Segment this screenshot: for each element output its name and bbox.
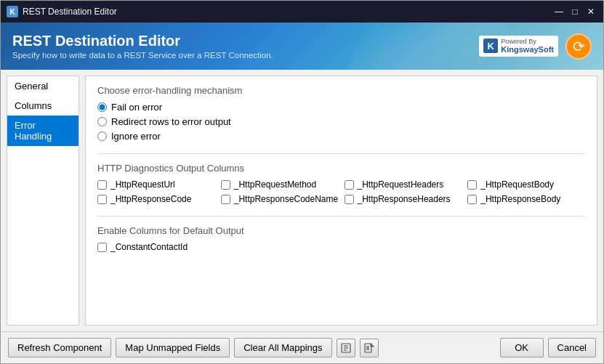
title-bar: K REST Destination Editor — □ ✕ — [1, 1, 603, 23]
col-http-response-body[interactable]: _HttpResponseBody — [467, 194, 585, 204]
kingsway-logo: K Powered By KingswaySoft — [479, 36, 558, 57]
ks-logo-initial: K — [483, 39, 498, 53]
col-http-request-headers-label: _HttpRequestHeaders — [358, 179, 444, 190]
col-http-response-code-label: _HttpResponseCode — [110, 194, 191, 204]
title-bar-text: REST Destination Editor — [23, 7, 552, 17]
ignore-error-label: Ignore error — [111, 131, 161, 142]
col-http-response-body-cb[interactable] — [467, 195, 477, 204]
col-constant-contact-id[interactable]: _ConstantContactId — [97, 242, 585, 252]
ignore-error-radio[interactable] — [97, 132, 107, 141]
col-http-request-headers-cb[interactable] — [345, 180, 354, 190]
header-title: REST Destination Editor — [12, 33, 479, 49]
ok-button[interactable]: OK — [500, 338, 544, 357]
col-http-request-method-label: _HttpRequestMethod — [234, 179, 316, 190]
divider-2 — [97, 216, 585, 217]
ks-logo-text: Powered By KingswaySoft — [501, 38, 554, 55]
title-bar-controls: — □ ✕ — [552, 5, 597, 18]
col-http-response-code-name-label: _HttpResponseCodeName — [234, 194, 338, 204]
col-http-response-headers[interactable]: _HttpResponseHeaders — [345, 194, 462, 204]
col-http-response-body-label: _HttpResponseBody — [480, 194, 560, 204]
http-diagnostics-title: HTTP Diagnostics Output Columns — [97, 163, 585, 174]
http-diagnostics-columns: _HttpRequestUrl _HttpRequestMethod _Http… — [97, 179, 585, 204]
redirect-rows-radio[interactable] — [97, 117, 107, 126]
sidebar: General Columns Error Handling — [7, 76, 79, 325]
enable-columns-group: _ConstantContactId — [97, 242, 585, 252]
col-http-request-method[interactable]: _HttpRequestMethod — [221, 179, 339, 190]
right-panel: Choose error-handling mechanism Fail on … — [85, 76, 597, 325]
map-unmapped-fields-button[interactable]: Map Unmapped Fields — [116, 338, 230, 357]
col-constant-contact-id-cb[interactable] — [97, 243, 107, 252]
sidebar-item-error-handling[interactable]: Error Handling — [7, 116, 78, 146]
error-handling-options: Fail on error Redirect rows to error out… — [97, 102, 585, 142]
bottom-bar: Refresh Component Map Unmapped Fields Cl… — [1, 331, 603, 363]
fail-on-error-label: Fail on error — [111, 102, 162, 113]
header-logo: K Powered By KingswaySoft ⟳ — [479, 33, 592, 60]
col-http-request-url-cb[interactable] — [97, 180, 107, 190]
app-icon: K — [7, 6, 18, 17]
header-app-icon: ⟳ — [565, 33, 592, 60]
col-http-request-url-label: _HttpRequestUrl — [110, 179, 175, 190]
col-http-request-body-label: _HttpRequestBody — [480, 179, 554, 190]
col-http-request-body-cb[interactable] — [467, 180, 477, 190]
error-handling-section-title: Choose error-handling mechanism — [97, 85, 585, 96]
col-http-response-code-name-cb[interactable] — [221, 195, 230, 204]
refresh-component-button[interactable]: Refresh Component — [8, 338, 111, 357]
col-http-request-body[interactable]: _HttpRequestBody — [467, 179, 585, 190]
close-button[interactable]: ✕ — [584, 5, 597, 18]
col-http-response-code[interactable]: _HttpResponseCode — [97, 194, 215, 204]
col-http-request-method-cb[interactable] — [221, 180, 230, 190]
header-banner: REST Destination Editor Specify how to w… — [1, 23, 603, 70]
clear-all-mappings-button[interactable]: Clear All Mappings — [234, 338, 331, 357]
sidebar-item-columns[interactable]: Columns — [7, 96, 78, 116]
powered-by-text: Powered By — [501, 38, 554, 46]
fail-on-error-radio[interactable] — [97, 102, 107, 112]
col-http-request-url[interactable]: _HttpRequestUrl — [97, 179, 215, 190]
col-http-response-code-cb[interactable] — [97, 195, 107, 204]
sidebar-item-general[interactable]: General — [7, 76, 78, 96]
maximize-button[interactable]: □ — [568, 5, 581, 18]
divider-1 — [97, 153, 585, 154]
main-content: General Columns Error Handling Choose er… — [1, 70, 603, 331]
icon-button-1[interactable] — [337, 339, 355, 357]
col-http-response-headers-label: _HttpResponseHeaders — [358, 194, 451, 204]
col-constant-contact-id-label: _ConstantContactId — [110, 242, 188, 252]
redirect-rows-label: Redirect rows to error output — [111, 116, 231, 127]
minimize-button[interactable]: — — [552, 5, 565, 18]
icon-button-2[interactable] — [360, 339, 379, 357]
window: K REST Destination Editor — □ ✕ REST Des… — [0, 0, 604, 364]
fail-on-error-option[interactable]: Fail on error — [97, 102, 585, 113]
header-title-block: REST Destination Editor Specify how to w… — [12, 33, 479, 60]
company-name: KingswaySoft — [501, 45, 554, 54]
ignore-error-option[interactable]: Ignore error — [97, 131, 585, 142]
col-http-request-headers[interactable]: _HttpRequestHeaders — [345, 179, 462, 190]
redirect-rows-option[interactable]: Redirect rows to error output — [97, 116, 585, 127]
col-http-response-headers-cb[interactable] — [345, 195, 354, 204]
header-subtitle: Specify how to write data to a REST Serv… — [12, 51, 479, 60]
enable-columns-title: Enable Columns for Default Output — [97, 225, 585, 236]
cancel-button[interactable]: Cancel — [548, 338, 596, 357]
col-http-response-code-name[interactable]: _HttpResponseCodeName — [221, 194, 339, 204]
